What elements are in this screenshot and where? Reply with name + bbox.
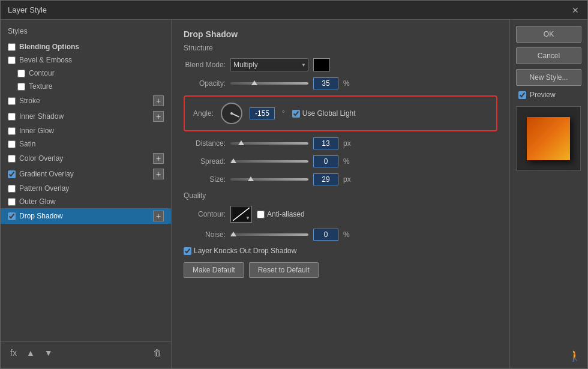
layer-knocks-checkbox[interactable] xyxy=(184,247,191,255)
layer-knocks-row[interactable]: Layer Knocks Out Drop Shadow xyxy=(184,247,497,255)
spread-input[interactable] xyxy=(313,155,338,167)
sidebar-item-gradient-overlay[interactable]: Gradient Overlay + xyxy=(1,166,171,182)
move-down-button[interactable]: ▼ xyxy=(42,347,55,359)
blend-mode-select[interactable]: Multiply Normal Screen xyxy=(230,58,308,71)
outer-glow-checkbox[interactable] xyxy=(8,198,16,206)
angle-section: Angle: ° Use Global Light xyxy=(184,95,497,131)
blend-mode-wrapper: Multiply Normal Screen xyxy=(230,58,308,71)
fx-button[interactable]: fx xyxy=(8,347,19,359)
noise-row: Noise: % xyxy=(184,229,497,241)
quality-section: Quality Contour: ▼ Anti-aliased xyxy=(184,191,497,278)
spread-slider-track[interactable] xyxy=(230,160,308,163)
blending-options-checkbox[interactable] xyxy=(8,43,16,51)
close-button[interactable]: ✕ xyxy=(571,5,580,15)
drop-shadow-label: Drop Shadow xyxy=(19,212,63,220)
new-style-button[interactable]: New Style... xyxy=(516,69,581,86)
opacity-input[interactable] xyxy=(313,77,338,89)
sidebar-item-inner-glow[interactable]: Inner Glow xyxy=(1,124,171,137)
right-panel: OK Cancel New Style... Preview xyxy=(509,20,587,368)
stroke-label: Stroke xyxy=(19,97,40,105)
noise-label: Noise: xyxy=(184,230,226,239)
noise-slider-track[interactable] xyxy=(230,233,308,236)
preview-checkbox[interactable] xyxy=(518,91,526,99)
contour-row: Contour: ▼ Anti-aliased xyxy=(184,206,497,223)
use-global-light-label[interactable]: Use Global Light xyxy=(292,109,356,118)
cancel-button[interactable]: Cancel xyxy=(516,47,581,64)
size-input[interactable] xyxy=(313,173,338,185)
size-label: Size: xyxy=(184,175,226,184)
angle-center-dot xyxy=(230,112,233,115)
sidebar-item-satin[interactable]: Satin xyxy=(1,137,171,151)
color-overlay-add-button[interactable]: + xyxy=(153,153,164,164)
sidebar-item-pattern-overlay[interactable]: Pattern Overlay xyxy=(1,182,171,195)
blend-mode-label: Blend Mode: xyxy=(184,61,226,69)
inner-shadow-label: Inner Shadow xyxy=(19,112,64,121)
gradient-overlay-label: Gradient Overlay xyxy=(19,170,74,178)
inner-shadow-checkbox[interactable] xyxy=(8,113,16,121)
texture-label: Texture xyxy=(29,82,52,91)
drop-shadow-checkbox[interactable] xyxy=(8,212,16,220)
contour-checkbox[interactable] xyxy=(17,70,25,77)
inner-glow-checkbox[interactable] xyxy=(8,127,16,135)
preview-text: Preview xyxy=(530,91,556,99)
spread-slider-thumb[interactable] xyxy=(230,158,236,163)
dialog-body: Styles Blending Options Bevel & Emboss C… xyxy=(1,20,587,368)
sidebar-item-texture[interactable]: Texture xyxy=(1,80,171,93)
drop-shadow-add-button[interactable]: + xyxy=(153,211,164,221)
blending-options-label: Blending Options xyxy=(19,43,79,51)
opacity-slider-track[interactable] xyxy=(230,82,308,85)
reset-to-default-button[interactable]: Reset to Default xyxy=(249,262,319,278)
size-slider-track[interactable] xyxy=(230,178,308,181)
opacity-row: Opacity: % xyxy=(184,77,497,89)
preview-label[interactable]: Preview xyxy=(516,91,581,99)
stroke-checkbox[interactable] xyxy=(8,97,16,105)
contour-chevron-icon: ▼ xyxy=(245,215,250,221)
angle-dial[interactable] xyxy=(221,103,242,124)
use-global-light-checkbox[interactable] xyxy=(292,110,300,118)
degree-symbol: ° xyxy=(282,109,285,118)
size-slider-thumb[interactable] xyxy=(248,176,254,181)
noise-slider-thumb[interactable] xyxy=(230,232,236,236)
distance-slider-track[interactable] xyxy=(230,142,308,145)
size-row: Size: px xyxy=(184,173,497,185)
sidebar-item-stroke[interactable]: Stroke + xyxy=(1,93,171,109)
contour-picker[interactable]: ▼ xyxy=(230,206,252,223)
inner-shadow-add-button[interactable]: + xyxy=(153,111,164,122)
sidebar-item-outer-glow[interactable]: Outer Glow xyxy=(1,195,171,208)
sidebar-item-bevel-emboss[interactable]: Bevel & Emboss xyxy=(1,53,171,67)
sidebar-item-contour[interactable]: Contour xyxy=(1,67,171,80)
angle-input[interactable] xyxy=(250,107,275,119)
bevel-emboss-checkbox[interactable] xyxy=(8,56,16,64)
layer-knocks-text: Layer Knocks Out Drop Shadow xyxy=(194,247,296,255)
sidebar-item-blending-options[interactable]: Blending Options xyxy=(1,40,171,53)
noise-input[interactable] xyxy=(313,229,338,241)
sidebar-item-color-overlay[interactable]: Color Overlay + xyxy=(1,151,171,166)
gradient-overlay-checkbox[interactable] xyxy=(8,170,16,178)
structure-label: Structure xyxy=(184,44,497,52)
action-row: Make Default Reset to Default xyxy=(184,262,497,278)
ok-button[interactable]: OK xyxy=(516,26,581,43)
distance-slider-thumb[interactable] xyxy=(238,140,244,145)
distance-unit: px xyxy=(343,139,353,148)
anti-aliased-checkbox[interactable] xyxy=(257,211,265,218)
texture-checkbox[interactable] xyxy=(17,83,25,91)
delete-button[interactable]: 🗑 xyxy=(151,347,164,359)
blend-color-swatch[interactable] xyxy=(313,58,330,71)
sidebar-item-drop-shadow[interactable]: Drop Shadow + xyxy=(1,208,171,224)
move-up-button[interactable]: ▲ xyxy=(24,347,37,359)
angle-label: Angle: xyxy=(193,109,214,118)
left-footer: fx ▲ ▼ 🗑 xyxy=(1,341,171,364)
spread-label: Spread: xyxy=(184,157,226,166)
opacity-slider-thumb[interactable] xyxy=(251,80,257,85)
color-overlay-checkbox[interactable] xyxy=(8,155,16,163)
anti-aliased-label[interactable]: Anti-aliased xyxy=(257,210,305,218)
pattern-overlay-checkbox[interactable] xyxy=(8,185,16,193)
preview-square xyxy=(527,117,570,160)
stroke-add-button[interactable]: + xyxy=(153,95,164,106)
opacity-label: Opacity: xyxy=(184,79,226,88)
distance-input[interactable] xyxy=(313,137,338,149)
make-default-button[interactable]: Make Default xyxy=(184,262,244,278)
gradient-overlay-add-button[interactable]: + xyxy=(153,169,164,179)
satin-checkbox[interactable] xyxy=(8,140,16,148)
sidebar-item-inner-shadow[interactable]: Inner Shadow + xyxy=(1,109,171,124)
